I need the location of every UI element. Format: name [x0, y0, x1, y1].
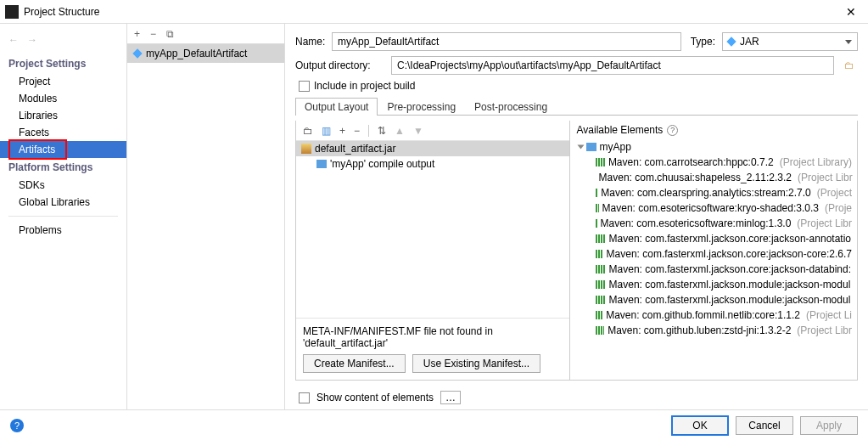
- manifest-message: META-INF/MANIFEST.MF file not found in '…: [303, 325, 563, 349]
- nav-item-artifacts[interactable]: Artifacts: [0, 141, 126, 158]
- layout-root-label: default_artifact.jar: [315, 143, 395, 155]
- library-item[interactable]: Maven: com.fasterxml.jackson.module:jack…: [570, 277, 857, 292]
- footer-help-icon[interactable]: ?: [10, 419, 24, 432]
- library-label: Maven: com.clearspring.analytics:stream:…: [601, 187, 810, 199]
- library-item[interactable]: Maven: com.fasterxml.jackson.core:jackso…: [570, 262, 857, 277]
- library-label: Maven: com.fasterxml.jackson.core:jackso…: [609, 263, 851, 275]
- nav-item-modules[interactable]: Modules: [0, 90, 126, 107]
- left-nav: ← → Project Settings Project Modules Lib…: [0, 24, 127, 409]
- library-label: Maven: com.fasterxml.jackson.core:jackso…: [609, 233, 851, 245]
- include-checkbox[interactable]: [299, 81, 310, 92]
- ok-button[interactable]: OK: [671, 415, 729, 436]
- new-archive-icon[interactable]: ▥: [322, 125, 331, 137]
- library-label: Maven: com.carrotsearch:hppc:0.7.2: [608, 156, 774, 168]
- library-scope: (Proje: [825, 202, 852, 214]
- tab-pre-processing[interactable]: Pre-processing: [378, 98, 465, 116]
- module-folder-icon: [586, 143, 596, 151]
- tab-output-layout[interactable]: Output Layout: [295, 98, 378, 116]
- type-value: JAR: [740, 36, 759, 48]
- tab-post-processing[interactable]: Post-processing: [465, 98, 557, 116]
- nav-item-libraries[interactable]: Libraries: [0, 107, 126, 124]
- library-item[interactable]: Maven: com.clearspring.analytics:stream:…: [570, 185, 857, 200]
- library-item[interactable]: Maven: com.fasterxml.jackson.core:jackso…: [570, 231, 857, 246]
- down-icon[interactable]: ▼: [413, 125, 423, 137]
- library-label: Maven: com.esotericsoftware:kryo-shaded:…: [602, 202, 819, 214]
- remove-icon[interactable]: −: [150, 28, 156, 40]
- library-item[interactable]: Maven: com.fasterxml.jackson.module:jack…: [570, 292, 857, 307]
- nav-section-platform: Platform Settings: [0, 158, 126, 177]
- jar-type-icon: [726, 37, 736, 46]
- close-icon[interactable]: ✕: [839, 5, 863, 19]
- type-label: Type:: [688, 36, 715, 48]
- artifact-list-item[interactable]: myApp_DefaultArtifact: [127, 44, 284, 63]
- create-manifest-button[interactable]: Create Manifest...: [303, 354, 406, 373]
- layout-tree-root[interactable]: default_artifact.jar: [296, 141, 569, 156]
- artifact-name: myApp_DefaultArtifact: [146, 48, 247, 59]
- library-item[interactable]: Maven: com.chuusai:shapeless_2.11:2.3.2(…: [570, 170, 857, 185]
- show-content-options-button[interactable]: …: [440, 391, 461, 404]
- window-title: Project Structure: [24, 6, 839, 18]
- outdir-label: Output directory:: [295, 59, 384, 71]
- layout-tree-child[interactable]: 'myApp' compile output: [296, 156, 569, 172]
- jar-icon: [301, 144, 311, 154]
- cancel-button[interactable]: Cancel: [736, 416, 793, 435]
- name-label: Name:: [295, 36, 325, 48]
- library-item[interactable]: Maven: com.esotericsoftware:minlog:1.3.0…: [570, 216, 857, 231]
- chevron-down-icon[interactable]: [577, 145, 584, 149]
- nav-item-problems[interactable]: Problems: [0, 222, 126, 239]
- library-label: Maven: com.github.luben:zstd-jni:1.3.2-2: [608, 324, 791, 336]
- module-icon: [316, 160, 327, 168]
- sort-icon[interactable]: ⇅: [378, 125, 386, 137]
- titlebar: Project Structure ✕: [0, 0, 868, 24]
- library-icon: [596, 296, 606, 304]
- available-header-label: Available Elements: [577, 124, 664, 136]
- nav-item-global-libraries[interactable]: Global Libraries: [0, 194, 126, 211]
- nav-section-project: Project Settings: [0, 54, 126, 73]
- minus-icon[interactable]: −: [354, 125, 360, 137]
- library-icon: [596, 311, 603, 319]
- detail-panel: Name: Type: JAR Output directory: 🗀 Incl…: [285, 24, 868, 409]
- library-scope: (Project Libr: [797, 217, 852, 229]
- add-icon[interactable]: +: [134, 28, 140, 40]
- outdir-input[interactable]: [391, 56, 834, 75]
- copy-icon[interactable]: ⧉: [166, 28, 174, 40]
- library-scope: (Project Library): [780, 156, 852, 168]
- library-label: Maven: com.esotericsoftware:minlog:1.3.0: [601, 217, 792, 229]
- plus-icon[interactable]: +: [339, 125, 345, 137]
- name-input[interactable]: [332, 32, 681, 51]
- library-icon: [596, 326, 605, 335]
- available-elements-panel: Available Elements ? myApp Maven: com.ca…: [570, 121, 857, 380]
- library-label: Maven: com.chuusai:shapeless_2.11:2.3.2: [599, 172, 792, 183]
- dialog-footer: ? OK Cancel Apply: [0, 409, 868, 440]
- nav-forward-icon[interactable]: →: [27, 34, 37, 46]
- use-manifest-button[interactable]: Use Existing Manifest...: [412, 354, 540, 373]
- nav-item-sdks[interactable]: SDKs: [0, 177, 126, 194]
- library-item[interactable]: Maven: com.esotericsoftware:kryo-shaded:…: [570, 200, 857, 216]
- nav-separator: [8, 216, 118, 217]
- library-scope: (Project Libr: [797, 324, 852, 336]
- nav-back-icon[interactable]: ←: [8, 34, 19, 46]
- new-folder-icon[interactable]: 🗀: [303, 125, 313, 137]
- up-icon[interactable]: ▲: [395, 125, 405, 137]
- nav-item-project[interactable]: Project: [0, 73, 126, 90]
- library-item[interactable]: Maven: com.github.fommil.netlib:core:1.1…: [570, 307, 857, 323]
- library-item[interactable]: Maven: com.github.luben:zstd-jni:1.3.2-2…: [570, 323, 857, 338]
- app-icon: [5, 5, 19, 19]
- type-select[interactable]: JAR: [722, 32, 858, 51]
- available-root[interactable]: myApp: [570, 139, 857, 155]
- artifact-icon: [132, 48, 142, 58]
- library-icon: [596, 158, 605, 166]
- browse-folder-icon[interactable]: 🗀: [841, 59, 858, 71]
- library-label: Maven: com.github.fommil.netlib:core:1.1…: [606, 309, 800, 321]
- library-item[interactable]: Maven: com.fasterxml.jackson.core:jackso…: [570, 246, 857, 262]
- library-item[interactable]: Maven: com.carrotsearch:hppc:0.7.2(Proje…: [570, 155, 857, 170]
- apply-button[interactable]: Apply: [800, 416, 858, 435]
- help-icon[interactable]: ?: [667, 125, 678, 136]
- available-root-label: myApp: [600, 141, 631, 153]
- library-icon: [596, 219, 597, 228]
- show-content-checkbox[interactable]: [299, 392, 310, 403]
- library-icon: [596, 250, 603, 258]
- nav-item-facets[interactable]: Facets: [0, 124, 126, 141]
- library-scope: (Project Li: [806, 309, 852, 321]
- library-label: Maven: com.fasterxml.jackson.core:jackso…: [607, 248, 852, 260]
